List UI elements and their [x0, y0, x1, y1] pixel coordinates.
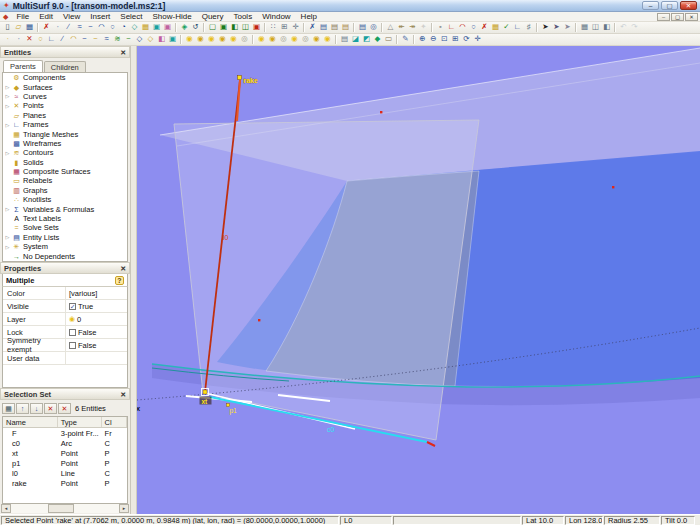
show-all-icon[interactable]: ◉ [228, 34, 239, 45]
magnet-tool-icon[interactable]: ◈ [179, 22, 190, 33]
expander-icon[interactable]: ▷ [3, 234, 12, 240]
tile-vertical-icon[interactable]: ◧ [601, 22, 612, 33]
zoom-fit-icon[interactable]: ⊞ [450, 34, 461, 45]
point-xt[interactable] [203, 390, 207, 394]
tree-item-solids[interactable]: ▮Solids [3, 158, 127, 167]
save-file-icon[interactable]: ▦ [24, 22, 35, 33]
help-icon[interactable]: ? [115, 276, 124, 285]
copy-image-icon[interactable]: ▤ [339, 34, 350, 45]
menu-query[interactable]: Query [197, 12, 229, 21]
insert-bcurve-icon[interactable]: ~ [79, 34, 90, 45]
insert-arc-icon[interactable]: ◠ [68, 34, 79, 45]
show-curves-icon[interactable]: ◉ [267, 34, 278, 45]
next-station-icon[interactable]: ↠ [407, 22, 418, 33]
close-icon[interactable]: ✕ [120, 265, 126, 272]
edit-circle-icon[interactable]: ○ [468, 22, 479, 33]
expander-icon[interactable]: ▷ [3, 150, 12, 156]
show-parents-icon[interactable]: ◉ [206, 34, 217, 45]
expander-icon[interactable]: ▷ [3, 244, 12, 250]
column-header-name[interactable]: Name [3, 417, 58, 427]
knotlist-tool-icon[interactable]: ♯ [523, 22, 534, 33]
undo-icon[interactable]: ↶ [618, 22, 629, 33]
tree-item-entity-lists[interactable]: ▷▤Entity Lists [3, 233, 127, 242]
delete-entity-icon[interactable]: ✗ [41, 22, 52, 33]
view-render-icon[interactable]: ▣ [251, 22, 262, 33]
view-split-icon[interactable]: ◧ [229, 22, 240, 33]
scrollbar-track[interactable] [11, 504, 119, 513]
insert-solid-icon[interactable]: ▣ [167, 34, 178, 45]
copy-icon[interactable]: ▤ [318, 22, 329, 33]
tree-item-variables-formulas[interactable]: ▷ΣVariables & Formulas [3, 204, 127, 213]
control-point[interactable] [258, 319, 260, 321]
tree-item-triangle-meshes[interactable]: ▦Triangle Meshes [3, 129, 127, 138]
show-only-icon[interactable]: ◉ [195, 34, 206, 45]
mesh-tool-icon[interactable]: ▦ [140, 22, 151, 33]
control-point[interactable] [612, 186, 614, 188]
edit-mesh-icon[interactable]: ▦ [490, 22, 501, 33]
fit-surface-icon[interactable]: ◪ [350, 34, 361, 45]
menu-select[interactable]: Select [115, 12, 147, 21]
offset-surface-icon[interactable]: ◩ [361, 34, 372, 45]
remove-item-icon[interactable]: ✕ [44, 403, 57, 414]
show-labels-icon[interactable]: ◉ [289, 34, 300, 45]
arc-tool-icon[interactable]: ◠ [96, 22, 107, 33]
table-row-xt[interactable]: xtPointP [3, 448, 127, 458]
edit-arc-icon[interactable]: ◠ [457, 22, 468, 33]
pan-view-icon[interactable]: ✛ [472, 34, 483, 45]
develop-surface-icon[interactable]: ◆ [372, 34, 383, 45]
scroll-left-icon[interactable]: ◂ [1, 504, 11, 513]
tree-item-wireframes[interactable]: ▩Wireframes [3, 139, 127, 148]
select-multiple-icon[interactable]: ➤ [551, 22, 562, 33]
table-row-p1[interactable]: p1PointP [3, 458, 127, 468]
property-value[interactable]: [various] [66, 289, 127, 298]
tree-item-components[interactable]: ⚙Components [3, 73, 127, 82]
clone-icon[interactable]: ▤ [340, 22, 351, 33]
insert-line-icon[interactable]: ∕ [57, 34, 68, 45]
expander-icon[interactable]: ▷ [3, 122, 12, 128]
restore-button[interactable]: ▢ [661, 1, 678, 10]
check-model-icon[interactable]: ✓ [501, 22, 512, 33]
point-tool-icon[interactable]: ∙ [52, 22, 63, 33]
tree-item-contours[interactable]: ▷≋Contours [3, 148, 127, 157]
tree-item-relabels[interactable]: ▭Relabels [3, 176, 127, 185]
mdi-minimize-button[interactable]: – [657, 13, 670, 21]
tree-item-system[interactable]: ▷✳System [3, 242, 127, 251]
tab-children[interactable]: Children [44, 61, 86, 72]
pen-tool-icon[interactable]: ✎ [400, 34, 411, 45]
composite-tool-icon[interactable]: ▣ [162, 22, 173, 33]
bcurve-tool-icon[interactable]: ~ [85, 22, 96, 33]
edit-frame-icon[interactable]: ∟ [512, 22, 523, 33]
zoom-window-icon[interactable]: ⊡ [439, 34, 450, 45]
mdi-close-button[interactable]: ✕ [685, 13, 698, 21]
point-rake[interactable] [238, 76, 242, 80]
solid-tool-icon[interactable]: ▣ [151, 22, 162, 33]
insert-geodesic-icon[interactable]: ~ [123, 34, 134, 45]
line-tool-icon[interactable]: ∕ [63, 22, 74, 33]
tree-item-knotlists[interactable]: ∴Knotlists [3, 195, 127, 204]
column-header-cl[interactable]: Cl [102, 417, 127, 427]
show-surfaces-icon[interactable]: ◉ [256, 34, 267, 45]
view-shaded-icon[interactable]: ▣ [218, 22, 229, 33]
show-children-icon[interactable]: ◉ [217, 34, 228, 45]
paste-icon[interactable]: ▤ [329, 22, 340, 33]
menu-window[interactable]: Window [257, 12, 295, 21]
transom-plane[interactable] [174, 120, 479, 440]
insert-ccurve-icon[interactable]: ~ [90, 34, 101, 45]
checkbox-icon[interactable] [69, 329, 76, 336]
menu-tools[interactable]: Tools [228, 12, 257, 21]
display-grid-icon[interactable]: ⊞ [279, 22, 290, 33]
insert-ring-icon[interactable]: ○ [35, 34, 46, 45]
open-file-icon[interactable]: ▱ [13, 22, 24, 33]
scrollbar-thumb[interactable] [48, 504, 74, 513]
tile-horizontal-icon[interactable]: ◫ [590, 22, 601, 33]
circle-tool-icon[interactable]: ○ [107, 22, 118, 33]
menu-file[interactable]: File [11, 12, 34, 21]
ring-tool-icon[interactable]: ↺ [190, 22, 201, 33]
mdi-restore-button[interactable]: ▢ [671, 13, 684, 21]
tree-item-curves[interactable]: ▷≈Curves [3, 92, 127, 101]
expander-icon[interactable]: ▷ [3, 93, 12, 99]
delete-selected-icon[interactable]: ✗ [479, 22, 490, 33]
new-file-icon[interactable]: ▯ [2, 22, 13, 33]
insert-magnet-icon[interactable]: ✕ [24, 34, 35, 45]
tree-item-frames[interactable]: ▷∟Frames [3, 120, 127, 129]
